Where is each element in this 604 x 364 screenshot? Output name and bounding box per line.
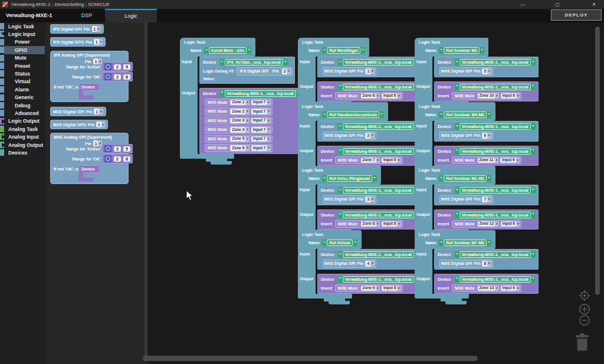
mxe-mute-block[interactable]: MXE MuteZone 9▾Input 6▾	[335, 284, 403, 293]
output-device-block[interactable]: “Verwaltung-MXE-1._oca._tcp.local”	[454, 83, 536, 91]
pin-dropdown[interactable]: 1▾	[93, 58, 102, 64]
task-name-block[interactable]: “Event Mute - Alle”	[203, 47, 252, 54]
pin-dropdown[interactable]: 1▾	[365, 68, 374, 74]
input-dropdown[interactable]: Input 7▾	[251, 136, 271, 142]
pin-dropdown[interactable]: 1▾	[92, 26, 101, 32]
logic-task-block[interactable]: Logic TaskName“Ruf Atrium”InputDevice“Ve…	[298, 230, 422, 294]
sidebar-item-devices[interactable]: Devices	[0, 149, 45, 156]
zone-dropdown[interactable]: Zone 12▾	[478, 221, 499, 227]
input-dropdown[interactable]: Input 7▾	[251, 109, 271, 114]
mxe-mute-block[interactable]: MXE MuteZone 12▾Input 6▾	[452, 220, 521, 228]
output-section[interactable]: Device“Verwaltung-MXE-1._oca._tcp.local”…	[434, 146, 539, 166]
input-dropdown[interactable]: Input 6▾	[500, 158, 520, 163]
block-canvas[interactable]: Logic TaskName“Event Mute - Alle”InputDe…	[147, 22, 604, 364]
input-device-block[interactable]: “Verwaltung-MXE-1._oca._tcp.local”	[337, 58, 419, 66]
logic-task-block[interactable]: Logic TaskName“Ruf Seminar M1-M2”InputDe…	[415, 166, 539, 229]
output-section[interactable]: Device“Verwaltung-MXE-1._oca._tcp.local”…	[317, 209, 422, 230]
toolbox-block-mxe-digital-gpo[interactable]: MXE Digital GPOPin1▾	[50, 120, 108, 129]
pin-dropdown[interactable]: 8▾	[482, 261, 491, 267]
output-device-block[interactable]: “Verwaltung-MXE-1._oca._tcp.local”	[454, 211, 536, 219]
toolbox-block-ipx-analog-gpi-supervised-[interactable]: IPX Analog GPI (Supervised)Pin1▾Range fo…	[50, 51, 129, 102]
maximize-icon[interactable]: ▢	[553, 0, 562, 9]
pin-dropdown[interactable]: 1▾	[94, 39, 103, 45]
range-active-block[interactable]: 25	[102, 144, 133, 153]
output-section[interactable]: Device“Verwaltung-MXE-1._oca._tcp.local”…	[434, 81, 539, 102]
input-section[interactable]: Device“Verwaltung-MXE-1._oca._tcp.local”…	[434, 121, 539, 142]
zoom-in-icon[interactable]	[579, 303, 590, 315]
task-name-block[interactable]: “Ruf Seminar M3”	[438, 47, 485, 54]
output-device-block[interactable]: “Verwaltung-MXE-1._oca._tcp.local”	[219, 90, 301, 97]
output-device-block[interactable]: “Verwaltung-MXE-1._oca._tcp.local”	[337, 83, 419, 91]
sidebar-item-debug[interactable]: Debug	[0, 101, 45, 109]
task-name-block[interactable]: “Ruf Seminar M7-M8”	[438, 239, 492, 247]
vertical-scrollbar[interactable]	[595, 27, 600, 295]
output-device-block[interactable]: “Verwaltung-MXE-1._oca._tcp.local”	[337, 276, 419, 283]
sidebar-item-mute[interactable]: Mute	[0, 54, 45, 62]
range-ok-block[interactable]: 28	[102, 72, 133, 81]
zone-dropdown[interactable]: Zone 7▾	[361, 158, 380, 163]
trash-icon[interactable]	[574, 333, 590, 352]
gpi-pin-block[interactable]: MXE Digital GPIPin5▾	[439, 67, 493, 76]
pin-dropdown[interactable]: 3▾	[365, 196, 374, 202]
logic-task-block[interactable]: Logic TaskName“Ruf Seminar M3”InputDevic…	[415, 38, 539, 101]
gpi-pin-block[interactable]: MXE Digital GPIPin4▾	[323, 260, 376, 268]
input-section[interactable]: Device“Verwaltung-MXE-1._oca._tcp.local”…	[317, 121, 422, 142]
input-dropdown[interactable]: Input 7▾	[251, 127, 271, 133]
gpi-pin-block[interactable]: MXE Digital GPIPin8▾	[439, 260, 493, 268]
sidebar-item-virtual[interactable]: Virtual	[0, 78, 45, 86]
task-name-block[interactable]: “Ruf Seminar M4-M6”	[438, 111, 492, 119]
tab-dsp[interactable]: DSP	[72, 9, 101, 22]
output-device-block[interactable]: “Verwaltung-MXE-1._oca._tcp.local”	[454, 276, 536, 283]
mxe-mute-block[interactable]: MXE MuteZone 3▾Input 7▾	[205, 117, 273, 125]
input-section[interactable]: Device“IPX_0c7bbc._oca._tcp.local”Logic …	[199, 57, 295, 84]
mxe-mute-block[interactable]: MXE MuteZone 4▾Input 7▾	[205, 126, 273, 134]
sidebar-item-power[interactable]: Power	[0, 38, 45, 46]
mxe-mute-block[interactable]: MXE MuteZone 6▾Input 6▾	[335, 92, 403, 100]
pin-dropdown[interactable]: 2▾	[282, 68, 291, 74]
input-dropdown[interactable]: Input 6▾	[501, 93, 520, 99]
zone-dropdown[interactable]: Zone 11▾	[478, 158, 499, 163]
logic-task-block[interactable]: Logic TaskName“Ruf Westflügel”InputDevic…	[298, 38, 422, 101]
range-value[interactable]: 8	[123, 156, 130, 162]
toolbox-block-ipx-digital-gpi[interactable]: IPX Digital GPIPin1▾	[50, 24, 104, 34]
mxe-mute-block[interactable]: MXE MuteZone 11▾Input 6▾	[452, 156, 521, 165]
task-name-block[interactable]: “Ruf Heizz./Ringkanal”	[321, 175, 378, 182]
input-device-block[interactable]: “Verwaltung-MXE-1._oca._tcp.local”	[454, 186, 536, 194]
input-device-block[interactable]: “Verwaltung-MXE-1._oca._tcp.local”	[454, 123, 536, 130]
task-name-block[interactable]: “Ruf Handwerkerzentrum”	[321, 111, 385, 119]
input-dropdown[interactable]: Input 6▾	[501, 221, 520, 227]
range-value[interactable]: 8	[123, 74, 130, 80]
sidebar-item-logic-output[interactable]: Logic Output	[0, 117, 45, 125]
input-device-block[interactable]: “Verwaltung-MXE-1._oca._tcp.local”	[337, 251, 419, 258]
input-device-block[interactable]: “IPX_0c7bbc._oca._tcp.local”	[219, 58, 288, 66]
zone-dropdown[interactable]: Zone 8▾	[361, 221, 380, 227]
input-section[interactable]: Device“Verwaltung-MXE-1._oca._tcp.local”…	[317, 185, 422, 205]
input-dropdown[interactable]: Input 6▾	[382, 221, 401, 227]
pin-dropdown[interactable]: 1▾	[96, 122, 105, 127]
logic-task-block[interactable]: Logic TaskName“Ruf Heizz./Ringkanal”Inpu…	[298, 166, 422, 229]
range-value[interactable]: 5	[123, 64, 130, 70]
pin-dropdown[interactable]: 7▾	[482, 196, 491, 202]
sidebar-item-analog-task[interactable]: Analog Task	[0, 125, 45, 133]
mxe-mute-block[interactable]: MXE MuteZone 5▾Input 7▾	[205, 135, 273, 143]
gpi-pin-block[interactable]: MXE Digital GPIPin2▾	[323, 132, 376, 140]
task-name-block[interactable]: “Ruf Seminar M1-M2”	[438, 175, 492, 182]
gpi-pin-block[interactable]: MXE Digital GPIPin7▾	[439, 195, 493, 204]
gpi-pin-block[interactable]: MXE Digital GPIPin6▾	[439, 132, 493, 140]
input-device-block[interactable]: “Verwaltung-MXE-1._oca._tcp.local”	[337, 123, 419, 130]
input-section[interactable]: Device“Verwaltung-MXE-1._oca._tcp.local”…	[317, 249, 422, 270]
pin-dropdown[interactable]: 4▾	[365, 261, 374, 267]
input-dropdown[interactable]: Input 7▾	[251, 145, 271, 151]
task-name-block[interactable]: “Ruf Westflügel”	[321, 47, 366, 54]
input-dropdown[interactable]: Input 7▾	[251, 100, 271, 106]
mxe-mute-block[interactable]: MXE MuteZone 10▾Input 6▾	[452, 92, 521, 100]
zone-dropdown[interactable]: Zone 10▾	[478, 93, 499, 99]
zone-dropdown[interactable]: Zone 5▾	[230, 136, 249, 142]
sidebar-item-logic-input[interactable]: Logic Input	[0, 30, 45, 38]
toolbox-block-ipx-digital-gpo[interactable]: IPX Digital GPOPin1▾	[50, 37, 106, 47]
zone-dropdown[interactable]: Zone 3▾	[230, 118, 249, 124]
mxe-mute-block[interactable]: MXE MuteZone 2▾Input 7▾	[205, 107, 273, 116]
mxe-mute-block[interactable]: MXE MuteZone 7▾Input 6▾	[335, 156, 403, 165]
input-section[interactable]: Device“Verwaltung-MXE-1._oca._tcp.local”…	[434, 57, 539, 77]
input-section[interactable]: Device“Verwaltung-MXE-1._oca._tcp.local”…	[317, 57, 422, 77]
